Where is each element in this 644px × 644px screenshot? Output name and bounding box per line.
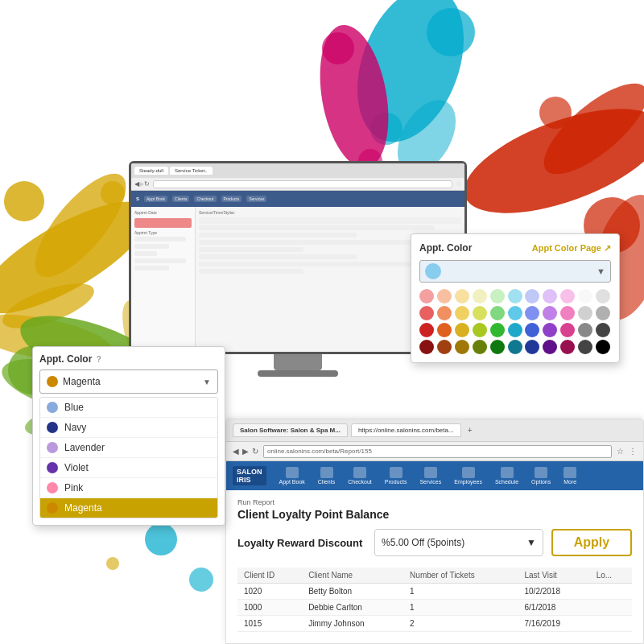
color-swatch-9[interactable]	[578, 289, 592, 303]
color-swatch-24[interactable]	[455, 323, 469, 337]
main-row-1	[199, 225, 435, 230]
color-list-item-violet[interactable]: Violet	[40, 458, 217, 478]
color-swatch-39[interactable]	[525, 340, 539, 354]
menu-btn[interactable]: ⋮	[629, 447, 637, 456]
nav-services[interactable]: Services	[419, 467, 441, 485]
browser-tabs: Steady-dull Service Ticket..	[131, 163, 464, 178]
address-bar[interactable]	[153, 180, 452, 188]
nav-more[interactable]: More	[564, 467, 576, 485]
color-swatch-1[interactable]	[437, 289, 452, 303]
color-swatch-12[interactable]	[437, 306, 452, 320]
color-swatch-3[interactable]	[473, 289, 487, 303]
color-list-item-blue[interactable]: Blue	[40, 398, 217, 418]
star-btn[interactable]: ☆	[617, 447, 624, 456]
color-swatch-19[interactable]	[560, 306, 575, 320]
color-swatch-20[interactable]	[578, 306, 592, 320]
color-swatch-22[interactable]	[419, 323, 434, 337]
nav-clients[interactable]: Clients	[318, 467, 335, 485]
color-swatch-37[interactable]	[490, 340, 505, 354]
refresh-btn[interactable]: ↻	[252, 447, 258, 456]
svg-point-19	[452, 88, 644, 235]
color-swatch-4[interactable]	[490, 289, 505, 303]
nav-checkout[interactable]: Checkout	[194, 196, 216, 202]
screen-search[interactable]	[199, 217, 461, 224]
color-swatch-38[interactable]	[508, 340, 522, 354]
apply-button[interactable]: Apply	[551, 529, 632, 556]
forward-btn[interactable]: ▶	[242, 447, 249, 456]
color-swatch-8[interactable]	[560, 289, 575, 303]
appt-color-page-link[interactable]: Appt Color Page ↗	[532, 243, 611, 254]
color-swatch-5[interactable]	[508, 289, 522, 303]
color-swatch-14[interactable]	[473, 306, 487, 320]
color-swatch-33[interactable]	[419, 340, 434, 354]
color-swatch-28[interactable]	[525, 323, 539, 337]
color-swatch-18[interactable]	[543, 306, 557, 320]
nav-options[interactable]: Options	[531, 467, 551, 485]
tab-1[interactable]: Steady-dull	[134, 167, 168, 175]
color-list-item-magenta[interactable]: Magenta	[40, 498, 217, 518]
appt-left-dropdown[interactable]: Magenta ▼	[39, 369, 218, 394]
options-icon	[535, 467, 547, 478]
color-swatch-15[interactable]	[490, 306, 505, 320]
color-swatch-27[interactable]	[508, 323, 522, 337]
color-swatch-29[interactable]	[543, 323, 557, 337]
color-swatch-35[interactable]	[455, 340, 469, 354]
nav-products[interactable]: Products	[221, 196, 242, 202]
color-list-item-pink[interactable]: Pink	[40, 478, 217, 498]
nav-checkout[interactable]: Checkout	[348, 467, 372, 485]
nav-products[interactable]: Products	[385, 467, 407, 485]
color-swatch-41[interactable]	[560, 340, 575, 354]
color-swatch-42[interactable]	[578, 340, 592, 354]
color-swatch-30[interactable]	[560, 323, 575, 337]
table-cell-2-3: 7/16/2019	[518, 616, 590, 632]
loyalty-select[interactable]: %5.00 Off (5points) ▼	[374, 529, 543, 556]
color-swatch-43[interactable]	[596, 340, 610, 354]
loyalty-dropdown-arrow: ▼	[526, 537, 536, 548]
svg-point-12	[337, 0, 483, 156]
color-swatch-32[interactable]	[596, 323, 610, 337]
nav-employees[interactable]: Employees	[454, 467, 482, 485]
color-swatch-2[interactable]	[455, 289, 469, 303]
report-tab-1[interactable]: Salon Software: Salon & Spa M...	[233, 423, 348, 437]
color-item-label: Magenta	[64, 502, 102, 514]
tab-2[interactable]: Service Ticket..	[170, 167, 213, 175]
color-swatch-10[interactable]	[596, 289, 610, 303]
star-icon[interactable]: ☆	[456, 180, 461, 188]
color-swatch-36[interactable]	[473, 340, 487, 354]
nav-services[interactable]: Services	[246, 196, 266, 202]
color-swatch-40[interactable]	[543, 340, 557, 354]
color-swatch-6[interactable]	[525, 289, 539, 303]
report-address-bar[interactable]: online.salonins.com/beta/Report/155	[263, 445, 612, 458]
new-tab-icon[interactable]: +	[468, 426, 473, 435]
screen-service-title: Service/Time/Stylist:	[199, 210, 461, 215]
appt-color-dropdown[interactable]: ▼	[419, 260, 611, 283]
products-label: Products	[385, 479, 407, 485]
color-list-item-lavender[interactable]: Lavender	[40, 438, 217, 458]
color-swatch-16[interactable]	[508, 306, 522, 320]
color-swatch-21[interactable]	[596, 306, 610, 320]
color-swatch-11[interactable]	[419, 306, 434, 320]
color-swatch-31[interactable]	[578, 323, 592, 337]
nav-clients[interactable]: Clients	[172, 196, 189, 202]
color-swatch-7[interactable]	[543, 289, 557, 303]
schedule-icon	[501, 467, 514, 478]
main-row-2	[199, 233, 357, 237]
sidebar-date-field[interactable]	[134, 218, 192, 228]
color-swatch-13[interactable]	[455, 306, 469, 320]
nav-appt-book[interactable]: Appt Book	[279, 467, 305, 485]
color-swatch-23[interactable]	[437, 323, 452, 337]
nav-appt[interactable]: Appt Book	[144, 196, 167, 202]
color-list-item-navy[interactable]: Navy	[40, 418, 217, 438]
color-swatch-34[interactable]	[437, 340, 452, 354]
back-btn[interactable]: ◀	[233, 447, 239, 456]
refresh-icon[interactable]: ↻	[144, 180, 150, 188]
color-item-label: Pink	[64, 482, 83, 493]
color-swatch-17[interactable]	[525, 306, 539, 320]
report-tab-2[interactable]: https://online.salonins.com/beta...	[351, 423, 461, 437]
products-icon	[390, 467, 402, 478]
color-swatch-26[interactable]	[490, 323, 505, 337]
report-panel: Salon Software: Salon & Spa M... https:/…	[225, 419, 644, 644]
nav-schedule[interactable]: Schedule	[495, 467, 518, 485]
color-swatch-25[interactable]	[473, 323, 487, 337]
color-swatch-0[interactable]	[419, 289, 434, 303]
